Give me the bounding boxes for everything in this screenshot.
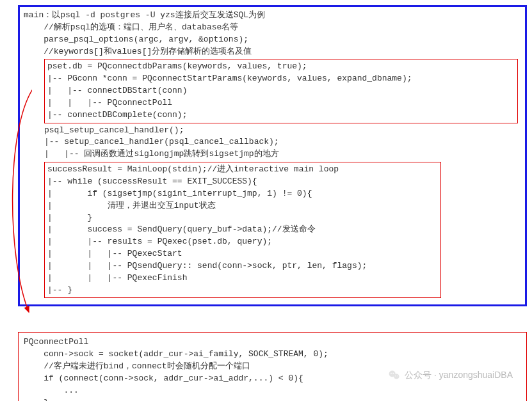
svg-point-6	[397, 375, 398, 376]
svg-point-5	[395, 375, 396, 376]
code-line: psql_setup_cancel_handler();	[24, 125, 521, 137]
code-line: | }	[47, 212, 438, 224]
code-line: | | |-- PQexecStart	[47, 248, 438, 260]
code-line: | success = SendQuery(query_buf->data);/…	[47, 224, 438, 236]
pqconnect-box: pset.db = PQconnectdbParams(keywords, va…	[44, 59, 518, 123]
code-line: | |-- connectDBStart(conn)	[47, 85, 515, 97]
code-line: }	[24, 397, 521, 401]
svg-point-3	[391, 373, 392, 374]
code-line: |-- while (successResult == EXIT_SUCCESS…	[47, 176, 438, 188]
code-line: //keywords[]和values[]分别存储解析的选项名及值	[24, 46, 521, 58]
code-line: | 清理，并退出交互input状态	[47, 200, 438, 212]
code-line: PQconnectPoll	[24, 336, 521, 349]
code-line: |-- PGconn *conn = PQconnectStartParams(…	[47, 73, 515, 85]
code-line: //解析psql的选项：端口、用户名、database名等	[24, 22, 521, 34]
code-line: | |-- 回调函数通过siglongjmp跳转到sigsetjmp的地方	[24, 148, 521, 161]
code-line: parse_psql_options(argc, argv, &options)…	[24, 34, 521, 46]
code-line: ...	[24, 385, 521, 397]
code-line: |-- connectDBComplete(conn);	[47, 109, 515, 122]
code-line: | if (sigsetjmp(sigint_interrupt_jmp, 1)…	[47, 188, 438, 200]
code-line: | | |-- PQsendQuery:: send(conn->sock, p…	[47, 260, 438, 272]
svg-point-2	[394, 374, 399, 379]
svg-point-4	[393, 373, 394, 374]
code-line: successResult = MainLoop(stdin);//进入inte…	[47, 164, 438, 176]
watermark-text: 公众号 · yanzongshuaiDBA	[405, 370, 513, 381]
code-line: | | |-- PQconnectPoll	[47, 97, 515, 109]
code-line: pset.db = PQconnectdbParams(keywords, va…	[47, 61, 515, 73]
main-code-block: main：以psql -d postgres -U yzs连接后交互发送SQL为…	[18, 5, 527, 306]
code-line: |-- setup_cancel_handler(psql_cancel_cal…	[24, 136, 521, 148]
mainloop-box: successResult = MainLoop(stdin);//进入inte…	[44, 162, 441, 298]
code-line: conn->sock = socket(addr_cur->ai_family,…	[24, 349, 521, 361]
pqconnectpoll-box: PQconnectPoll conn->sock = socket(addr_c…	[18, 332, 527, 401]
wechat-icon	[388, 369, 401, 382]
watermark: 公众号 · yanzongshuaiDBA	[388, 369, 513, 382]
code-line: |-- }	[47, 285, 438, 297]
code-line: main：以psql -d postgres -U yzs连接后交互发送SQL为…	[24, 10, 521, 22]
code-line: | |-- results = PQexec(pset.db, query);	[47, 236, 438, 248]
code-line: | | |-- PQexecFinish	[47, 272, 438, 285]
